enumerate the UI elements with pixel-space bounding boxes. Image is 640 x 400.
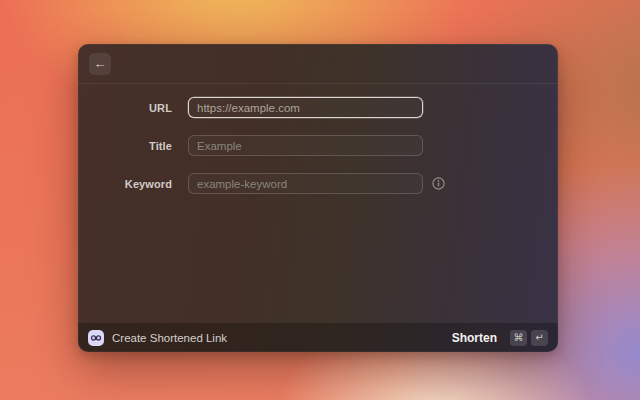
form-body: URL Title Keyword xyxy=(78,84,558,322)
keyword-input[interactable] xyxy=(188,173,423,194)
command-key-icon[interactable]: ⌘ xyxy=(510,330,527,346)
create-shortened-link-window: ← URL Title Keyword xyxy=(78,44,558,352)
form-row-url: URL xyxy=(78,97,558,118)
back-arrow-icon: ← xyxy=(94,57,107,70)
form-row-title: Title xyxy=(78,135,558,156)
desktop-wallpaper: { "window": { "header": { "back_icon_gly… xyxy=(0,0,640,400)
title-input[interactable] xyxy=(188,135,423,156)
title-label: Title xyxy=(78,140,188,152)
url-label: URL xyxy=(78,102,188,114)
footer-command-title: Create Shortened Link xyxy=(112,332,227,344)
window-header: ← xyxy=(78,44,558,84)
footer-action-bar: Create Shortened Link Shorten ⌘ ↵ xyxy=(78,322,558,352)
return-key-icon[interactable]: ↵ xyxy=(531,330,548,346)
back-button[interactable]: ← xyxy=(89,53,111,75)
form-row-keyword: Keyword xyxy=(78,173,558,194)
url-input[interactable] xyxy=(188,97,423,118)
keyword-label: Keyword xyxy=(78,178,188,190)
info-icon xyxy=(432,177,445,190)
shorten-button[interactable]: Shorten xyxy=(452,331,497,345)
link-icon xyxy=(88,330,104,346)
